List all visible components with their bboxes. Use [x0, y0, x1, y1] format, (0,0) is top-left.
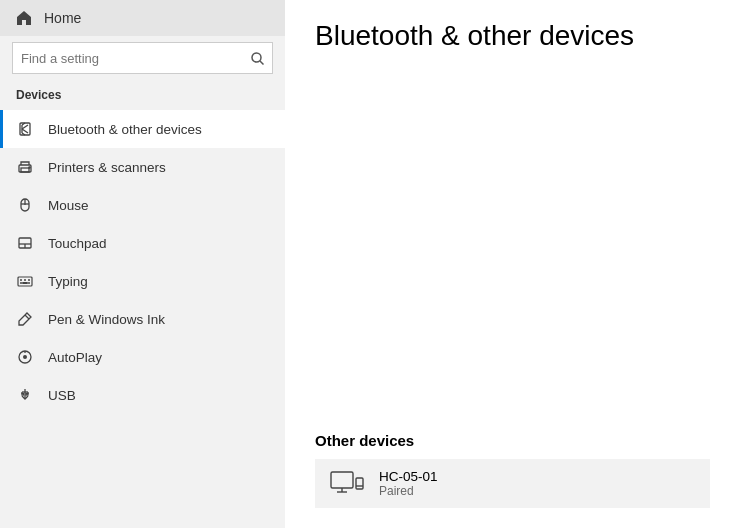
printer-icon — [16, 158, 34, 176]
sidebar-item-bluetooth[interactable]: Bluetooth & other devices — [0, 110, 285, 148]
svg-point-10 — [29, 167, 30, 168]
svg-line-5 — [22, 129, 28, 133]
pen-icon — [16, 310, 34, 328]
device-icon — [329, 470, 365, 498]
svg-line-4 — [22, 125, 28, 129]
sidebar-home-button[interactable]: Home — [0, 0, 285, 36]
sidebar-item-label-pen: Pen & Windows Ink — [48, 312, 165, 327]
sidebar-item-usb[interactable]: USB — [0, 376, 285, 414]
sidebar-item-label-usb: USB — [48, 388, 76, 403]
device-list-item[interactable]: HC-05-01 Paired — [315, 459, 710, 508]
mouse-icon — [16, 196, 34, 214]
device-status: Paired — [379, 484, 438, 498]
sidebar-item-printers[interactable]: Printers & scanners — [0, 148, 285, 186]
svg-rect-36 — [356, 478, 363, 489]
sidebar-item-label-bluetooth: Bluetooth & other devices — [48, 122, 202, 137]
sidebar-item-pen[interactable]: Pen & Windows Ink — [0, 300, 285, 338]
svg-point-0 — [252, 53, 261, 62]
sidebar-item-label-printers: Printers & scanners — [48, 160, 166, 175]
search-bar[interactable] — [12, 42, 273, 74]
sidebar-item-label-mouse: Mouse — [48, 198, 89, 213]
devices-section-label: Devices — [0, 84, 285, 110]
sidebar-item-mouse[interactable]: Mouse — [0, 186, 285, 224]
keyboard-icon — [16, 272, 34, 290]
search-icon — [251, 52, 264, 65]
search-input[interactable] — [21, 51, 251, 66]
other-devices-label: Other devices — [315, 432, 710, 449]
device-info: HC-05-01 Paired — [379, 469, 438, 498]
home-label: Home — [44, 10, 81, 26]
main-content: Bluetooth & other devices Other devices … — [285, 0, 740, 528]
usb-icon — [16, 386, 34, 404]
home-icon — [16, 10, 32, 26]
device-name: HC-05-01 — [379, 469, 438, 484]
svg-rect-32 — [22, 394, 24, 396]
svg-rect-17 — [18, 277, 32, 286]
sidebar-item-touchpad[interactable]: Touchpad — [0, 224, 285, 262]
autoplay-icon — [16, 348, 34, 366]
sidebar-item-label-autoplay: AutoPlay — [48, 350, 102, 365]
sidebar-item-label-typing: Typing — [48, 274, 88, 289]
svg-line-24 — [25, 315, 29, 319]
page-title: Bluetooth & other devices — [315, 20, 710, 52]
svg-line-1 — [260, 61, 264, 65]
svg-rect-33 — [331, 472, 353, 488]
svg-rect-31 — [26, 394, 28, 396]
bluetooth-icon — [16, 120, 34, 138]
svg-point-26 — [23, 355, 27, 359]
sidebar-item-label-touchpad: Touchpad — [48, 236, 107, 251]
sidebar: Home Devices Bluetooth & other devices — [0, 0, 285, 528]
sidebar-item-typing[interactable]: Typing — [0, 262, 285, 300]
svg-rect-9 — [21, 168, 29, 172]
sidebar-item-autoplay[interactable]: AutoPlay — [0, 338, 285, 376]
touchpad-icon — [16, 234, 34, 252]
